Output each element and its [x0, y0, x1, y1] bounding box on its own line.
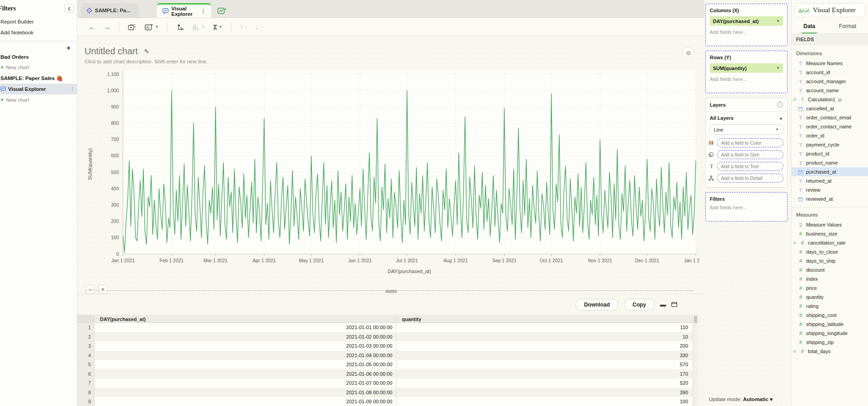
measure-field-price[interactable]: #price [792, 283, 868, 293]
filters-dropzone[interactable]: Filters Add fields here... [705, 192, 788, 222]
new-chart-link-2[interactable]: + New chart [0, 94, 77, 105]
collapse-sidebar-button[interactable]: ❮ [64, 4, 74, 13]
workbook-item-bad-orders[interactable]: Bad Orders [0, 52, 77, 62]
new-chart-link-1[interactable]: + New chart [0, 62, 77, 73]
measure-field-days-to-ship[interactable]: #days_to_ship [792, 256, 868, 265]
collapse-table-icon[interactable]: ▬ [660, 301, 666, 308]
measure-field-shipping-cost[interactable]: #shipping_cost [792, 311, 868, 320]
columns-x-dropzone[interactable]: Columns (X) DAY(purchased_at) ▼ Add fiel… [705, 4, 788, 46]
line-chart[interactable]: 01002003004005006007008009001,0001,100Ja… [85, 67, 699, 280]
dimension-field-order-id[interactable]: Torder_id [792, 131, 868, 140]
column-header-date[interactable]: DAY(purchased_at) [94, 315, 396, 322]
add-fields-placeholder[interactable]: Add fields here... [710, 76, 783, 88]
bar-settings-button: ▼ [189, 22, 208, 32]
measure-field-quantity[interactable]: #quantity [792, 293, 868, 302]
encoding-shelf-panel: Columns (X) DAY(purchased_at) ▼ Add fiel… [704, 0, 791, 406]
measure-field-shipping-zip[interactable]: #shipping_zip [792, 338, 868, 347]
page-item-visual-explorer[interactable]: Visual Explorer ⋮ [0, 84, 77, 94]
add-field-to-color-dropzone[interactable]: Add a field to Color [717, 138, 783, 147]
expand-table-icon[interactable] [671, 302, 677, 307]
measure-field-shipping-longitude[interactable]: #shipping_longitude [792, 329, 868, 338]
table-row[interactable]: 12021-01-01 00:00:00110 [77, 323, 698, 332]
dimension-field-payment-cycle[interactable]: Tpayment_cycle [792, 140, 868, 149]
table-row[interactable]: 32021-01-03 00:00:00200 [77, 341, 698, 351]
table-row[interactable]: 72021-01-07 00:00:00520 [77, 378, 698, 388]
measure-field-cancellation-rate[interactable]: =#cancellation_rate [792, 238, 868, 247]
add-fields-placeholder[interactable]: Add fields here... [710, 29, 783, 41]
aggregate-button[interactable]: Σ ▼ [210, 21, 226, 33]
measure-field-days-to-close[interactable]: #days_to_close [792, 247, 868, 256]
table-row[interactable]: 52021-01-05 00:00:00570 [77, 360, 698, 369]
column-header-quantity[interactable]: quantity [396, 315, 693, 322]
add-field-to-text-dropzone[interactable]: Add a field to Text [717, 162, 783, 171]
dimension-field-cancelled-at[interactable]: cancelled_at [792, 104, 868, 113]
measure-field-business-size[interactable]: #business_size [792, 229, 868, 238]
chart-settings-gear-icon[interactable]: ⚙ [682, 47, 694, 59]
fields-panel-header[interactable]: Visual Explorer [794, 3, 865, 17]
caret-down-icon: ▼ [219, 25, 222, 29]
table-row[interactable]: 62021-01-06 00:00:00170 [77, 369, 698, 379]
table-row[interactable]: 92021-01-09 00:00:00100 [77, 397, 698, 406]
dimension-field-account-name[interactable]: Taccount_name [792, 86, 868, 95]
edit-title-pencil-icon[interactable]: ✎ [144, 48, 150, 55]
dimension-field-order-contact-email[interactable]: Torder_contact_email [792, 113, 868, 122]
add-field-to-size-dropzone[interactable]: Add a field to Size [717, 150, 783, 159]
measure-field-discount[interactable]: #discount [792, 265, 868, 274]
tab-menu-icon[interactable]: ⋮ [201, 8, 206, 14]
dimension-field-purchased-at[interactable]: purchased_at [792, 167, 868, 176]
dimension-field-calculation1[interactable]: =TCalculation1◎ [792, 95, 868, 104]
download-button[interactable]: Download [576, 299, 618, 311]
field-label: total_days [808, 349, 830, 354]
mark-type-select[interactable]: Line ▼ [709, 124, 783, 135]
row-number: 5 [77, 360, 94, 369]
add-field-to-detail-dropzone[interactable]: Add a field to Detail [717, 174, 783, 183]
clear-chart-button[interactable]: ▼ [142, 22, 162, 32]
tab-format[interactable]: Format [837, 19, 858, 33]
rows-y-dropzone[interactable]: Rows (Y) SUM(quantity) ▼ Add fields here… [705, 51, 788, 93]
panel-drag-handle[interactable] [385, 290, 397, 293]
dimension-field-review[interactable]: Treview [792, 185, 868, 194]
back-button[interactable]: ← [85, 21, 99, 33]
info-icon[interactable]: i [777, 102, 783, 108]
dimension-field-product-name[interactable]: Tproduct_name [792, 158, 868, 167]
zoom-out-button[interactable]: − [85, 285, 95, 294]
dimension-field-measure-names[interactable]: TMeasure Names [792, 59, 868, 68]
dimension-field-account-id[interactable]: Taccount_id [792, 68, 868, 77]
measure-field-rating[interactable]: #rating [792, 302, 868, 311]
add-notebook-link[interactable]: Add Notebook [0, 27, 77, 38]
measure-field-measure-values[interactable]: #Measure Values [792, 220, 868, 229]
dimension-field-returned-at[interactable]: Treturned_at [792, 176, 868, 185]
rows-field-pill[interactable]: SUM(quantity) ▼ [710, 63, 783, 73]
measure-field-total-days[interactable]: =#total_days [792, 347, 868, 356]
scrollbar-thumb[interactable] [694, 316, 697, 323]
add-fields-placeholder[interactable]: Add fields here... [710, 205, 783, 217]
dimension-field-reviewed-at[interactable]: reviewed_at [792, 194, 868, 203]
table-row[interactable]: 22021-01-02 00:00:0010 [77, 332, 698, 342]
chart-description-placeholder[interactable]: Click to add chart description. Shift-en… [85, 59, 704, 64]
tab-sample-paper-sales[interactable]: SAMPLE: Pa... [81, 3, 139, 18]
tab-data[interactable]: Data [802, 19, 817, 33]
scrollbar-track[interactable] [693, 315, 698, 322]
dimension-field-account-manager[interactable]: Taccount_manager [792, 77, 868, 86]
report-builder-link[interactable]: Report Builder [0, 16, 77, 27]
measure-field-index[interactable]: #index [792, 274, 868, 283]
table-row[interactable]: 42021-01-04 00:00:00330 [77, 351, 698, 360]
swap-axes-button[interactable] [173, 22, 187, 33]
dimension-field-order-contact-name[interactable]: Torder_contact_name [792, 122, 868, 131]
chart-title[interactable]: Untitled chart [85, 46, 138, 57]
zoom-in-button[interactable]: + [98, 285, 108, 294]
measure-field-shipping-latitude[interactable]: #shipping_latitude [792, 320, 868, 329]
all-layers-header[interactable]: All Layers ▲ [706, 112, 787, 123]
add-element-button[interactable]: + [66, 45, 71, 51]
dimension-field-product-id[interactable]: Tproduct_id [792, 149, 868, 158]
duplicate-element-button[interactable] [125, 22, 140, 32]
new-exploration-button[interactable] [217, 7, 226, 14]
tab-visual-explorer[interactable]: Visual Explorer ⋮ [157, 3, 211, 18]
workbook-item-sample-paper-sales[interactable]: SAMPLE: Paper Sales 🍓 [0, 73, 77, 84]
page-menu-icon[interactable]: ⋮ [70, 86, 75, 92]
update-mode-dropdown[interactable]: Automatic ▾ [743, 397, 772, 402]
table-row[interactable]: 82021-01-08 00:00:00390 [77, 388, 698, 397]
columns-field-pill[interactable]: DAY(purchased_at) ▼ [710, 16, 783, 26]
forward-button[interactable]: → [100, 21, 113, 33]
copy-button[interactable]: Copy [624, 299, 655, 311]
